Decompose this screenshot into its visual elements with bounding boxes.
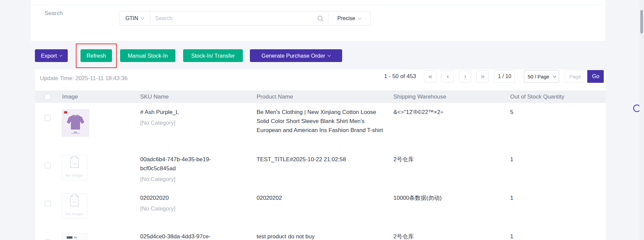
search-group: GTIN Precise — [119, 11, 371, 25]
double-chevron-right-icon: » — [481, 72, 485, 79]
search-field-select[interactable]: GTIN — [119, 11, 150, 25]
stock-list-panel: Update Time: 2025-11-11 18:43:36 1 - 50 … — [35, 69, 606, 240]
row-checkbox[interactable] — [45, 201, 51, 207]
generate-purchase-order-label: Generate Purchase Order — [262, 53, 325, 59]
no-image-placeholder: No Image — [62, 193, 87, 219]
scrollbar-thumb[interactable] — [640, 10, 643, 34]
page-size-select[interactable]: 50 / Page — [524, 70, 559, 83]
product-name: Be Men's Clothing | New Xinjiang Cotton … — [257, 108, 389, 135]
out-of-stock-qty: 1 — [510, 189, 606, 202]
header-image: Image — [55, 94, 140, 100]
shipping-warehouse: 10000条数据(勿动) — [393, 189, 510, 202]
double-chevron-left-icon: « — [428, 72, 432, 79]
product-image-partial[interactable] — [62, 233, 87, 240]
sku-name: 020202020 — [140, 193, 224, 202]
product-name: TEST_TITLE#2025-10-22 21:02:58 — [257, 155, 389, 164]
table-row: 025d4ce0-38da-4dd3-97ce- test product do… — [35, 227, 606, 240]
sku-name: 025d4ce0-38da-4dd3-97ce- — [140, 232, 224, 240]
sku-name: 00adc6b4-747b-4e35-be19-bcf0c5c845ad — [140, 155, 224, 173]
chevron-down-icon — [358, 16, 362, 19]
page-number-input[interactable] — [565, 70, 587, 83]
table-row: # Ash Purple_L [No Category] Be Men's Cl… — [35, 103, 606, 150]
shipping-warehouse: 2号仓库 — [393, 150, 510, 164]
no-image-placeholder: No Image — [62, 155, 87, 180]
chevron-down-icon — [59, 54, 62, 57]
sku-category: [No Category] — [140, 204, 257, 213]
row-checkbox[interactable] — [45, 162, 51, 168]
header-shipping-warehouse: Shipping Warehouse — [393, 94, 510, 100]
no-image-label: No Image — [66, 171, 83, 180]
chevron-down-icon — [328, 54, 331, 57]
out-of-stock-qty: 1 — [510, 227, 606, 240]
product-name: test product do not buy — [257, 232, 389, 240]
prev-page-button[interactable]: ‹ — [441, 70, 454, 82]
table-row: No Image 020202020 [No Category] 0202020… — [35, 189, 606, 227]
search-input[interactable] — [150, 11, 328, 25]
stock-table: Image SKU Name Product Name Shipping War… — [35, 91, 606, 240]
manual-stock-in-label: Manual Stock-In — [128, 53, 168, 59]
sku-category: [No Category] — [140, 175, 257, 184]
search-panel: Search GTIN Precise — [31, 0, 605, 41]
chevron-left-icon: ‹ — [446, 72, 449, 79]
pagination: 1 - 50 of 453 « ‹ › » 1 / 10 50 / Page G… — [384, 70, 604, 83]
no-image-icon — [67, 194, 82, 209]
header-out-of-stock-qty: Out of Stock Quantity — [510, 94, 606, 100]
refresh-button-label: Refresh — [87, 53, 106, 59]
out-of-stock-qty: 1 — [510, 150, 606, 164]
refresh-button[interactable]: Refresh — [80, 49, 112, 62]
image-logo-mark — [74, 237, 77, 238]
go-button[interactable]: Go — [587, 70, 604, 83]
header-product-name: Product Name — [257, 94, 393, 100]
search-mode-value: Precise — [337, 15, 355, 21]
table-header-row: Image SKU Name Product Name Shipping War… — [35, 91, 606, 103]
page-size-value: 50 / Page — [528, 74, 549, 79]
sku-name: # Ash Purple_L — [140, 108, 224, 117]
pagination-range: 1 - 50 of 453 — [384, 73, 416, 80]
sku-category: [No Category] — [140, 118, 257, 127]
search-mode-select[interactable]: Precise — [328, 11, 370, 25]
shipping-warehouse: &<>"12'®©22™×2÷ — [393, 103, 510, 117]
out-of-stock-qty: 5 — [510, 103, 606, 117]
manual-stock-in-button[interactable]: Manual Stock-In — [120, 49, 175, 62]
last-page-button[interactable]: » — [476, 70, 489, 82]
export-button[interactable]: Export — [35, 49, 68, 62]
no-image-icon — [67, 156, 82, 170]
first-page-button[interactable]: « — [424, 70, 436, 82]
scrollbar-track[interactable] — [639, 0, 644, 240]
product-image-purple-tshirt[interactable] — [62, 109, 89, 137]
image-logo-mark — [67, 236, 72, 239]
page-indicator: 1 / 10 — [494, 70, 515, 83]
row-checkbox[interactable] — [45, 115, 51, 121]
no-image-label: No Image — [66, 209, 83, 219]
stock-in-transfer-button[interactable]: Stock-In/ Transfer — [183, 49, 243, 62]
shipping-warehouse: 2号仓库 — [393, 227, 510, 240]
header-sku-name: SKU Name — [140, 94, 257, 100]
product-name: 02020202 — [257, 193, 389, 202]
export-button-label: Export — [41, 53, 57, 59]
update-time-text: Update Time: 2025-11-11 18:43:36 — [40, 75, 127, 82]
search-label: Search — [45, 10, 63, 17]
search-icon — [317, 15, 324, 23]
chevron-right-icon: › — [464, 72, 466, 79]
chevron-down-icon — [553, 74, 556, 77]
next-page-button[interactable]: › — [459, 70, 471, 82]
search-input-wrap — [150, 11, 328, 25]
chevron-down-icon — [141, 16, 144, 19]
generate-purchase-order-button[interactable]: Generate Purchase Order — [250, 49, 342, 62]
select-all-checkbox[interactable] — [45, 94, 51, 100]
search-field-value: GTIN — [125, 15, 138, 21]
stock-in-transfer-label: Stock-In/ Transfer — [191, 53, 235, 59]
table-row: No Image 00adc6b4-747b-4e35-be19-bcf0c5c… — [35, 150, 606, 189]
